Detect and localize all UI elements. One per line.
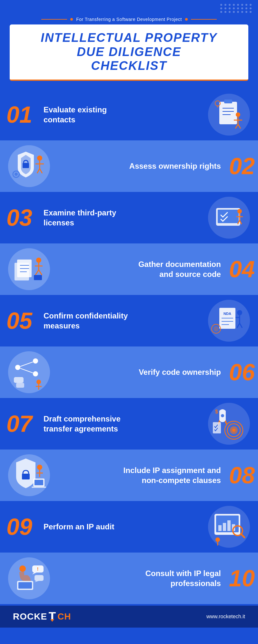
svg-point-64 — [232, 429, 235, 432]
svg-line-82 — [241, 534, 244, 537]
page-wrapper: For Transferring a Software Development … — [0, 0, 258, 628]
subtitle-bar: For Transferring a Software Development … — [0, 13, 258, 24]
item-number-5: 05 — [0, 309, 39, 332]
item-number-8: 08 — [226, 464, 258, 487]
footer-url: www.rocketech.it — [206, 614, 245, 620]
svg-rect-13 — [23, 163, 29, 168]
svg-point-33 — [36, 258, 41, 263]
svg-point-5 — [236, 112, 240, 117]
svg-rect-1 — [224, 99, 232, 103]
title-text: INTELLECTUAL PROPERTY DUE DILIGENCE CHEC… — [19, 31, 239, 73]
item-illustration-2 — [0, 142, 58, 190]
checklist-item-6: 06 Verify code ownership — [0, 346, 258, 398]
item-label-8: Include IP assignment andnon-compete cla… — [63, 465, 221, 485]
svg-rect-70 — [35, 480, 43, 485]
checklist-item-5: 05 Confirm confidentialitymeasures NDA — [0, 295, 258, 346]
subtitle-dot-left — [70, 18, 73, 21]
svg-point-65 — [221, 414, 224, 417]
item-illustration-8 — [0, 451, 58, 499]
svg-point-51 — [15, 365, 20, 370]
item-number-9: 09 — [0, 515, 39, 538]
subtitle-text: For Transferring a Software Development … — [76, 17, 182, 22]
item-number-3: 03 — [0, 206, 39, 229]
svg-rect-79 — [227, 520, 231, 531]
checklist-item-3: 03 Examine third-partylicenses — [0, 192, 258, 243]
svg-line-37 — [39, 270, 42, 275]
item-illustration-1 — [200, 90, 258, 139]
svg-rect-22 — [218, 210, 239, 223]
svg-point-50 — [213, 326, 219, 331]
item-illustration-5: NDA — [200, 297, 258, 345]
item-content-9: Perform an IP audit — [39, 515, 200, 538]
svg-line-17 — [37, 169, 40, 173]
svg-text:$: $ — [215, 409, 218, 414]
svg-line-54 — [20, 362, 33, 366]
svg-point-44 — [237, 310, 242, 315]
item-number-6: 06 — [226, 361, 258, 384]
svg-line-8 — [235, 124, 238, 128]
svg-point-20 — [15, 173, 18, 176]
item-content-3: Examine third-partylicenses — [39, 201, 200, 234]
svg-point-83 — [215, 537, 220, 542]
item-illustration-10: ! — [0, 554, 58, 602]
svg-rect-59 — [14, 377, 24, 383]
svg-rect-68 — [22, 474, 30, 479]
subtitle-line-right — [191, 19, 217, 20]
svg-point-56 — [36, 380, 41, 384]
svg-point-72 — [37, 465, 42, 470]
svg-marker-89 — [32, 573, 36, 574]
item-number-1: 01 — [0, 103, 39, 126]
item-label-6: Verify code ownership — [63, 367, 221, 377]
svg-marker-95 — [50, 619, 54, 622]
svg-line-9 — [238, 124, 241, 128]
svg-point-85 — [19, 565, 26, 572]
checklist-item-7: 07 Draft comprehensivetransfer agreement… — [0, 398, 258, 450]
logo-text: ROCKE — [13, 611, 47, 622]
svg-rect-77 — [218, 525, 222, 531]
svg-line-36 — [35, 270, 39, 275]
svg-line-18 — [40, 169, 42, 173]
item-content-6: Verify code ownership — [58, 361, 226, 384]
svg-rect-0 — [219, 102, 237, 124]
item-number-7: 07 — [0, 412, 39, 435]
svg-rect-60 — [16, 383, 24, 388]
item-illustration-9 — [200, 503, 258, 551]
svg-line-55 — [20, 368, 33, 373]
svg-line-48 — [240, 323, 242, 328]
item-number-10: 10 — [226, 567, 258, 590]
subtitle-line-left — [41, 19, 67, 20]
checklist-item-8: 08 Include IP assignment andnon-compete … — [0, 450, 258, 501]
svg-point-52 — [33, 358, 38, 364]
checklist-item-1: 01 Evaluate existingcontacts — [0, 89, 258, 140]
svg-point-14 — [37, 156, 42, 161]
item-illustration-3 — [200, 194, 258, 242]
item-illustration-7: $ — [200, 400, 258, 448]
svg-text:!: ! — [37, 566, 39, 572]
svg-rect-87 — [18, 582, 32, 589]
item-number-4: 04 — [226, 258, 258, 281]
svg-line-47 — [237, 323, 240, 328]
logo-accent-text: CH — [57, 611, 71, 622]
item-content-1: Evaluate existingcontacts — [39, 98, 200, 131]
svg-rect-78 — [223, 523, 226, 531]
logo-icon — [48, 611, 57, 622]
title-box: INTELLECTUAL PROPERTY DUE DILIGENCE CHEC… — [10, 24, 248, 81]
svg-rect-38 — [34, 275, 42, 280]
item-label-9: Perform an IP audit — [44, 522, 195, 532]
item-label-7: Draft comprehensivetransfer agreements — [44, 414, 195, 434]
svg-rect-71 — [32, 487, 46, 488]
subtitle-dot-right — [185, 18, 188, 21]
item-illustration-6 — [0, 348, 58, 396]
item-content-10: Consult with IP legalprofessionals — [58, 562, 226, 595]
svg-text:NDA: NDA — [223, 312, 231, 316]
item-content-7: Draft comprehensivetransfer agreements — [39, 407, 200, 440]
svg-marker-92 — [35, 581, 39, 582]
item-label-3: Examine third-partylicenses — [44, 208, 195, 228]
item-label-1: Evaluate existingcontacts — [44, 105, 195, 125]
svg-rect-93 — [49, 612, 56, 613]
svg-rect-67 — [213, 422, 221, 433]
item-content-2: Assess ownership rights — [58, 155, 226, 177]
item-content-5: Confirm confidentialitymeasures — [39, 304, 200, 337]
item-label-10: Consult with IP legalprofessionals — [63, 568, 221, 588]
item-content-4: Gather documentationand source code — [58, 253, 226, 286]
